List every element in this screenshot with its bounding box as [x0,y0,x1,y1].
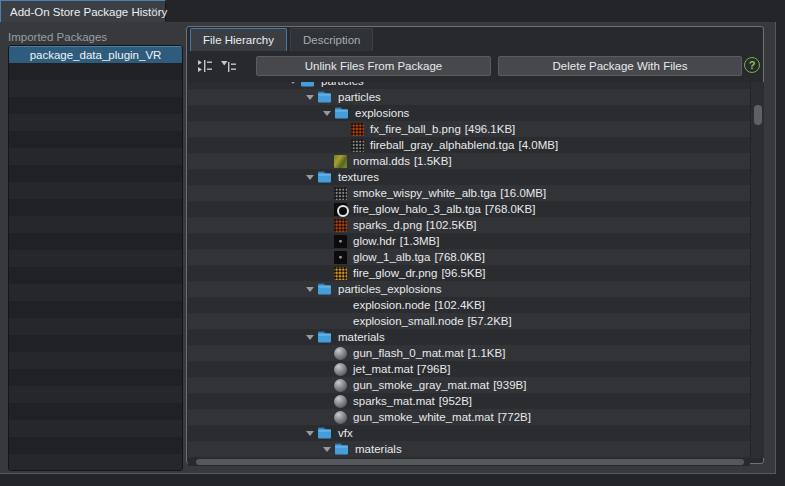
expand-tree-icon[interactable] [220,57,238,75]
file-name: fx_fire_ball_b.png [370,123,461,135]
tab-title: Add-On Store Package History [1,6,167,18]
expander-placeholder [320,217,334,233]
texture-thumbnail-tex-orange-dots [334,219,347,232]
file-name: fire_glow_halo_3_alb.tga [353,203,481,215]
tree-folder-row[interactable]: materials [188,441,750,457]
file-size: [768.0KB] [485,203,536,215]
file-name: gun_smoke_white_mat.mat [353,411,494,423]
file-name: glow.hdr [353,235,396,247]
tree-file-row[interactable]: fire_glow_dr.png[96.5KB] [188,265,750,281]
help-icon[interactable]: ? [744,57,760,73]
texture-thumbnail-tex-normalmap [334,155,347,168]
chevron-down-icon [306,95,314,100]
texture-thumbnail-tex-gray-dots [351,139,364,152]
unlink-files-button[interactable]: Unlink Files From Package [256,56,491,76]
tab-addon-store-package-history[interactable]: Add-On Store Package History × [0,0,166,22]
package-list-empty-row [9,233,182,250]
file-size: [57.2KB] [468,315,512,327]
file-size: [772B] [498,411,531,423]
vertical-scrollbar[interactable] [750,82,764,458]
expander-arrow-icon[interactable] [303,281,317,297]
material-sphere-icon [334,347,347,360]
tree-indent [188,209,320,210]
package-list-empty-row [9,437,182,454]
tree-file-row[interactable]: glow.hdr[1.3MB] [188,233,750,249]
file-size: [16.0MB] [500,187,546,199]
tree-indent [188,305,320,306]
tree-file-row[interactable]: glow_1_alb.tga[768.0KB] [188,249,750,265]
file-name: explosion_small.node [353,315,464,327]
tree-file-row[interactable]: smoke_wispy_white_alb.tga[16.0MB] [188,185,750,201]
package-list-empty-row [9,114,182,131]
expander-arrow-icon[interactable] [303,169,317,185]
package-list-item[interactable]: package_data_plugin_VR [9,46,182,63]
imported-packages-list[interactable]: package_data_plugin_VR [8,45,183,471]
addon-store-package-history-window: { "window": { "tab": { "title": "Add-On … [0,0,785,486]
tree-folder-row[interactable]: particles_explosions [188,281,750,297]
tab-description[interactable]: Description [290,28,374,51]
tree-file-row[interactable]: gun_smoke_white_mat.mat[772B] [188,409,750,425]
tab-file-hierarchy[interactable]: File Hierarchy [190,28,287,51]
tree-indent [188,417,320,418]
horizontal-scrollbar[interactable] [188,459,750,466]
tree-file-row[interactable]: gun_smoke_gray_mat.mat[939B] [188,377,750,393]
package-list-empty-row [9,386,182,403]
expander-arrow-icon[interactable] [320,441,334,457]
delete-package-button[interactable]: Delete Package With Files [498,56,742,76]
tree-file-row[interactable]: fx_fire_ball_b.png[496.1KB] [188,121,750,137]
file-toolbar: Unlink Files From Package Delete Package… [187,51,763,81]
expander-arrow-icon[interactable] [303,329,317,345]
tree-file-row[interactable]: gun_flash_0_mat.mat[1.1KB] [188,345,750,361]
file-size: [96.5KB] [441,267,485,279]
tree-file-row[interactable]: fire_glow_halo_3_alb.tga[768.0KB] [188,201,750,217]
tree-file-row[interactable]: sparks_d.png[102.5KB] [188,217,750,233]
horizontal-scrollbar-thumb[interactable] [196,459,744,465]
chevron-down-icon [306,431,314,436]
expander-arrow-icon[interactable] [303,89,317,105]
texture-thumbnail-tex-ring [334,203,347,216]
tree-folder-row[interactable]: particles [188,89,750,105]
expander-arrow-icon[interactable] [320,105,334,121]
close-icon[interactable]: × [151,4,158,18]
chevron-down-icon [323,111,331,116]
expander-placeholder [320,153,334,169]
tree-file-row[interactable]: fireball_gray_alphablend.tga[4.0MB] [188,137,750,153]
package-list-empty-row [9,97,182,114]
file-name: gun_smoke_gray_mat.mat [353,379,489,391]
tree-folder-row[interactable]: materials [188,329,750,345]
tree-file-row[interactable]: jet_mat.mat[796B] [188,361,750,377]
folder-icon [317,90,332,105]
tree-folder-row[interactable]: vfx [188,425,750,441]
expander-arrow-icon[interactable] [303,425,317,441]
file-size: [796B] [417,363,450,375]
tree-file-row[interactable]: explosion_small.node[57.2KB] [188,313,750,329]
collapse-tree-icon[interactable] [196,57,214,75]
tree-file-row[interactable]: explosion.node[102.4KB] [188,297,750,313]
chevron-down-icon [306,175,314,180]
package-list-empty-row [9,63,182,80]
package-list-empty-row [9,148,182,165]
chevron-down-icon [306,335,314,340]
tree-file-row[interactable]: sparks_mat.mat[952B] [188,393,750,409]
folder-icon [317,330,332,345]
package-list-empty-row [9,165,182,182]
material-sphere-icon [334,379,347,392]
package-list-empty-row [9,420,182,437]
tree-indent [188,257,320,258]
package-list-empty-row [9,80,182,97]
package-list-empty-row [9,369,182,386]
texture-thumbnail-tex-orange-dots [351,123,364,136]
expander-placeholder [337,137,351,153]
tree-folder-row[interactable]: explosions [188,105,750,121]
texture-thumbnail-tex-dark-dot [334,235,347,248]
window-body: Imported Packages package_data_plugin_VR… [0,22,776,474]
expander-placeholder [320,393,334,409]
tree-indent [188,97,303,98]
tree-folder-row[interactable]: textures [188,169,750,185]
vertical-scrollbar-thumb[interactable] [754,105,762,125]
expander-placeholder [320,185,334,201]
expander-arrow-icon[interactable] [286,82,300,89]
chevron-down-icon [289,82,297,84]
tree-folder-row[interactable]: particles [188,82,750,89]
tree-file-row[interactable]: normal.dds[1.5KB] [188,153,750,169]
